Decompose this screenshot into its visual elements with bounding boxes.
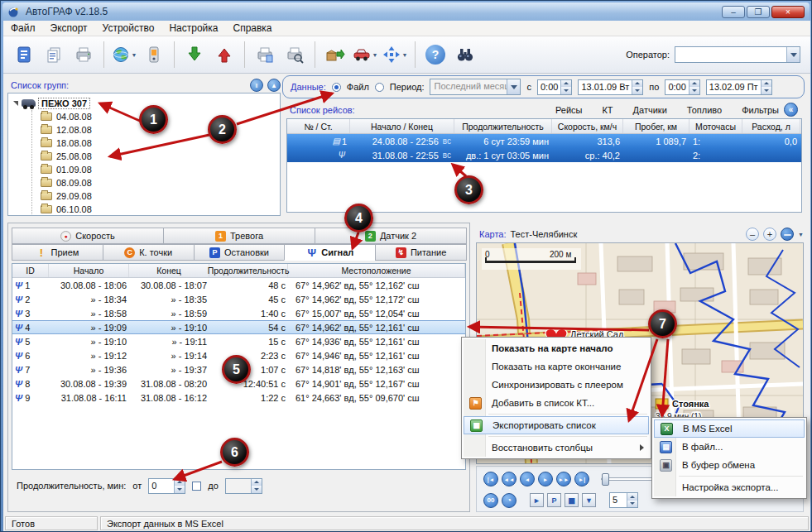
- player-play-button[interactable]: ►: [538, 472, 553, 486]
- spin-up-icon[interactable]: [561, 80, 571, 88]
- submenu-item-clipboard[interactable]: ▣В буфер обмена: [654, 456, 805, 474]
- menu-item-sync-player[interactable]: Синхронизировать с плеером: [464, 376, 649, 394]
- tree-date-item[interactable]: 06.10.08: [41, 203, 275, 216]
- title-bar[interactable]: АвтоГРАФ v2.18.5 – ❐ ×: [2, 2, 810, 21]
- player-speed-field[interactable]: 5: [609, 492, 638, 508]
- view-tab-sensors[interactable]: Датчики: [633, 105, 667, 115]
- signal-row[interactable]: Ψ5» - 19:10» - 19:1115 с67° 14,936' вд, …: [12, 334, 465, 348]
- tab-speed[interactable]: ●Скорость: [12, 228, 164, 244]
- show-stops-toggle[interactable]: P: [547, 493, 561, 507]
- to-time-field[interactable]: 0:00: [665, 79, 699, 95]
- read-data-button[interactable]: [180, 39, 209, 70]
- file-radio[interactable]: [332, 83, 341, 92]
- duration-to-field[interactable]: [225, 478, 262, 494]
- view-tab-fuel[interactable]: Топливо: [687, 105, 722, 115]
- spin-down-icon[interactable]: [762, 87, 771, 94]
- signal-row[interactable]: Ψ2» - 18:34» - 18:3545 с67° 14,962' вд, …: [12, 292, 465, 306]
- col-start[interactable]: Начало: [49, 264, 129, 277]
- col-speed[interactable]: Скорость, км/ч: [552, 119, 623, 133]
- print-preview-button[interactable]: [281, 39, 309, 70]
- follow-marker-toggle[interactable]: ►: [530, 493, 544, 507]
- tab-signal[interactable]: ΨСигнал: [284, 244, 376, 261]
- menu-item-add-checkpoint[interactable]: ⚑Добавить в список КТ...: [464, 394, 649, 412]
- copy-button[interactable]: [40, 39, 68, 70]
- submenu-item-excel[interactable]: XВ MS Excel: [654, 419, 805, 438]
- period-radio-label[interactable]: Период:: [390, 82, 425, 92]
- tab-power[interactable]: ↯Питание: [375, 244, 467, 261]
- view-tab-kt[interactable]: КТ: [602, 105, 613, 115]
- combo-dropdown-button[interactable]: [507, 79, 520, 94]
- signal-row-selected[interactable]: Ψ4» - 19:09» - 19:1054 с67° 14,962' вд, …: [12, 320, 465, 334]
- col-fuel[interactable]: Расход, л: [742, 119, 800, 133]
- view-tab-trips[interactable]: Рейсы: [555, 105, 583, 115]
- collapse-panel-button[interactable]: «: [784, 103, 798, 117]
- menu-export[interactable]: Экспорт: [43, 21, 95, 36]
- signal-row[interactable]: Ψ931.08.08 - 16:1131.08.08 - 16:121:22 с…: [12, 391, 465, 405]
- tree-date-item[interactable]: 29.09.08: [41, 189, 275, 203]
- player-step-back-button[interactable]: ◄: [520, 472, 535, 486]
- menu-item-restore-columns[interactable]: Восстановить столбцы: [464, 439, 649, 457]
- export-button[interactable]: [321, 39, 349, 70]
- spin-up-icon[interactable]: [632, 80, 642, 88]
- trip-row-line1[interactable]: ▤1 24.08.08 - 22:56вс 6 сут 23:59 мин 31…: [287, 134, 801, 148]
- tree-date-item[interactable]: 25.08.08: [41, 150, 275, 163]
- close-button[interactable]: ×: [771, 6, 805, 18]
- menu-item-show-start[interactable]: Показать на карте начало: [464, 339, 649, 357]
- duration-from-field[interactable]: 0: [148, 478, 185, 494]
- move-map-button[interactable]: ▼: [381, 39, 409, 70]
- tree-date-item[interactable]: 08.09.08: [41, 176, 275, 189]
- show-grid-toggle[interactable]: ▦: [565, 493, 579, 507]
- col-mileage[interactable]: Пробег, км: [623, 119, 689, 133]
- minimize-button[interactable]: –: [722, 6, 745, 18]
- signal-row[interactable]: Ψ3» - 18:58» - 18:591:40 с67° 15,007' вд…: [12, 306, 465, 320]
- spin-up-icon[interactable]: [689, 80, 699, 88]
- report-button[interactable]: [10, 39, 38, 70]
- col-location[interactable]: Местоположение: [288, 264, 465, 277]
- help-button[interactable]: ?: [421, 39, 449, 70]
- col-hours[interactable]: Моточасы: [689, 119, 742, 133]
- submenu-item-export-settings[interactable]: Настройка экспорта...: [654, 478, 805, 496]
- to-date-field[interactable]: 13.02.09 Пт: [706, 79, 772, 95]
- maximize-button[interactable]: ❐: [747, 6, 770, 18]
- print-report-button[interactable]: [251, 39, 279, 70]
- tree-date-item[interactable]: 18.08.08: [41, 137, 275, 150]
- combo-dropdown-button[interactable]: [786, 47, 800, 62]
- device-button[interactable]: [140, 39, 168, 70]
- col-duration[interactable]: Продолжительность: [454, 119, 552, 133]
- col-duration[interactable]: Продолжительность: [209, 264, 288, 277]
- col-end[interactable]: Конец: [129, 264, 209, 277]
- tab-stops[interactable]: PОстановки: [194, 244, 286, 261]
- more-options-button[interactable]: ▼: [582, 493, 596, 507]
- spin-up-icon[interactable]: [175, 479, 185, 486]
- find-button[interactable]: [451, 39, 479, 70]
- menu-item-show-end[interactable]: Показать на карте окончание: [464, 357, 649, 376]
- view-tab-filters[interactable]: Фильтры: [742, 105, 779, 115]
- spin-down-icon[interactable]: [689, 87, 699, 94]
- duration-to-checkbox[interactable]: [192, 482, 201, 491]
- menu-file[interactable]: Файл: [3, 21, 43, 36]
- spin-up-icon[interactable]: [627, 493, 637, 501]
- menu-help[interactable]: Справка: [225, 21, 279, 36]
- menu-device[interactable]: Устройство: [95, 21, 162, 36]
- file-radio-label[interactable]: Файл: [347, 82, 369, 92]
- tab-checkpoints[interactable]: СК. точки: [103, 244, 195, 261]
- zoom-in-button[interactable]: +: [763, 228, 776, 241]
- tree-date-item[interactable]: 01.09.08: [41, 163, 275, 176]
- player-skip-end-button[interactable]: ►|: [574, 472, 589, 486]
- upload-data-button[interactable]: [210, 39, 238, 70]
- player-reset-button[interactable]: 00: [483, 493, 498, 508]
- player-rewind-button[interactable]: ◄◄: [502, 472, 517, 486]
- player-skip-start-button[interactable]: |◄: [483, 472, 498, 486]
- col-num[interactable]: № / Ст.: [287, 119, 350, 133]
- tab-alarm[interactable]: 1Тревога: [163, 228, 315, 244]
- period-preset-combobox[interactable]: Последний месяц: [430, 79, 521, 95]
- operator-combobox[interactable]: [675, 46, 800, 63]
- col-startend[interactable]: Начало / Конец: [350, 119, 454, 133]
- internet-map-button[interactable]: ▼: [110, 39, 138, 70]
- spin-up-icon[interactable]: [252, 479, 262, 486]
- spin-down-icon[interactable]: [175, 486, 185, 493]
- submenu-item-file[interactable]: ▤В файл...: [654, 438, 805, 456]
- tab-reception[interactable]: !Прием: [12, 244, 103, 261]
- signal-row[interactable]: Ψ130.08.08 - 18:0630.08.08 - 18:0748 с67…: [12, 278, 465, 292]
- player-forward-button[interactable]: ►►: [556, 472, 571, 486]
